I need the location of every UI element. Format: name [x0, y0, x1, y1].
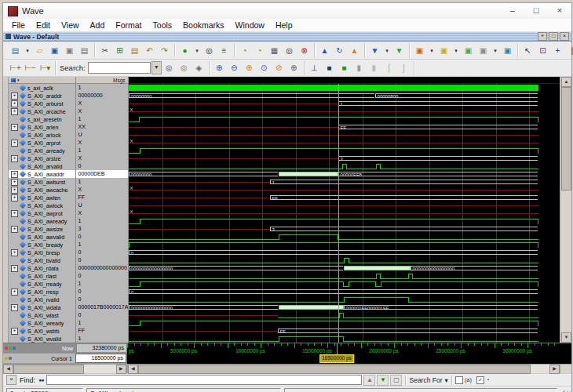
- waveform-S_AXI_awlen[interactable]: FF: [129, 194, 560, 201]
- mode-wave-icon[interactable]: ▣: [437, 44, 451, 57]
- stretch-icon[interactable]: ∥: [566, 44, 573, 57]
- signal-name-S_AXI_arlen[interactable]: +S_AXI_arlen: [9, 123, 75, 131]
- waveform-S_AXI_wvalid[interactable]: [129, 335, 560, 343]
- signal-name-S_AXI_wready[interactable]: +S_AXI_wready: [9, 319, 75, 327]
- minimize-button[interactable]: –: [501, 3, 524, 19]
- expander-icon[interactable]: +: [11, 210, 18, 217]
- waveform-S_AXI_awlock[interactable]: [129, 201, 560, 209]
- find-next-button[interactable]: ▼: [377, 375, 389, 386]
- cursor-add-icon[interactable]: [13, 347, 16, 350]
- find-input[interactable]: [46, 375, 362, 385]
- menu-file[interactable]: File: [6, 20, 31, 30]
- zoom-out-icon[interactable]: ⊖: [228, 61, 241, 74]
- zoom-in-icon[interactable]: ⊕: [213, 61, 226, 74]
- reload-icon[interactable]: ▣: [63, 44, 76, 57]
- print-icon[interactable]: ▤: [78, 44, 91, 57]
- search-input[interactable]: [88, 62, 151, 74]
- signal-name-S_AXI_arlock[interactable]: +S_AXI_arlock: [9, 131, 75, 139]
- waveform-S_AXI_awaddr[interactable]: 0000000000000FF8: [129, 170, 560, 178]
- zoom-range-icon[interactable]: ⊘: [272, 61, 286, 74]
- waveform-S_AXI_wlast[interactable]: [129, 311, 560, 319]
- waveform-S_AXI_rlast[interactable]: [129, 272, 560, 280]
- signal-name-S_AXI_awlock[interactable]: +S_AXI_awlock: [9, 201, 75, 209]
- scroll-right-icon[interactable]: ▶: [549, 365, 560, 374]
- names-horizontal-scrollbar[interactable]: ◀ ▶: [3, 365, 128, 373]
- mode-list-icon[interactable]: ▣: [462, 44, 475, 57]
- insert-cursor-icon[interactable]: ◔: [238, 44, 251, 57]
- mode-watch-icon[interactable]: ▣: [476, 44, 490, 57]
- signal-name-S_AXI_awcache[interactable]: +S_AXI_awcache: [9, 186, 75, 194]
- signal-name-S_AXI_rdata[interactable]: +S_AXI_rdata: [9, 264, 75, 272]
- waveform-S_AXI_arlock[interactable]: [129, 131, 560, 139]
- waveform-S_AXI_arburst[interactable]: 1: [129, 100, 560, 107]
- paste-icon[interactable]: ▤: [128, 44, 141, 57]
- bar-toggle-icon[interactable]: ▮: [352, 61, 366, 74]
- signal-name-S_AXI_arcache[interactable]: +S_AXI_arcache: [9, 107, 75, 115]
- expander-icon[interactable]: +: [11, 108, 18, 115]
- signal-name-S_AXI_awlen[interactable]: +S_AXI_awlen: [9, 194, 75, 201]
- scroll-left-icon[interactable]: ◀: [3, 365, 13, 374]
- waveform-S_AXI_rdata[interactable]: 00000000000000000000000000000000: [129, 264, 560, 272]
- signal-name-S_AXI_arprot[interactable]: +S_AXI_arprot: [9, 139, 75, 147]
- values-column-header[interactable]: Msgs: [76, 77, 128, 84]
- pan-mode-icon[interactable]: +: [551, 44, 564, 57]
- find-icon[interactable]: ◎: [203, 44, 216, 57]
- waveform-S_AXI_bready[interactable]: [129, 241, 560, 249]
- signal-name-S_AXI_rlast[interactable]: +S_AXI_rlast: [9, 272, 75, 280]
- cursor1-icons[interactable]: [3, 354, 17, 363]
- signal-name-S_AXI_rvalid[interactable]: +S_AXI_rvalid: [9, 296, 75, 303]
- scroll-down-icon[interactable]: ▼: [561, 332, 571, 343]
- signal-name-S_AXI_rready[interactable]: +S_AXI_rready: [9, 280, 75, 288]
- dropdown-arrow-icon[interactable]: ▾: [491, 44, 499, 57]
- next-edge-icon[interactable]: ▼: [368, 44, 381, 57]
- zoom-mode-icon[interactable]: ⊡: [536, 44, 549, 57]
- waveform-S_AXI_wdata[interactable]: 0000000000000000000001FF000001FE: [129, 303, 560, 311]
- cursor-edit-icon[interactable]: [9, 357, 12, 360]
- waveform-S_AXI_araddr[interactable]: 0000000000000800: [129, 92, 560, 100]
- redo-icon[interactable]: ↷: [158, 44, 171, 57]
- run-icon[interactable]: ●: [178, 44, 192, 57]
- pane-restore-button[interactable]: +: [538, 32, 547, 41]
- waveform-S_AXI_arcache[interactable]: X: [129, 107, 560, 115]
- expander-icon[interactable]: +: [11, 194, 18, 201]
- mode-memory-icon[interactable]: ▣: [413, 44, 426, 57]
- waveform-S_AXI_bresp[interactable]: 0: [129, 249, 560, 256]
- find-previous-button[interactable]: ▲: [363, 375, 375, 386]
- delete-wave-icon[interactable]: ⊢▾: [38, 61, 52, 74]
- dropdown-arrow-icon[interactable]: ▾: [428, 44, 436, 57]
- expander-icon[interactable]: +: [11, 226, 18, 233]
- expander-icon[interactable]: +: [11, 100, 18, 107]
- waveform-S_AXI_arvalid[interactable]: [129, 162, 560, 170]
- cursor-panel-icons[interactable]: [3, 343, 17, 353]
- search-reverse-icon[interactable]: ◎: [177, 61, 191, 74]
- waveform-S_AXI_arlen[interactable]: FF: [129, 123, 560, 131]
- signal-name-S_AXI_wdata[interactable]: +S_AXI_wdata: [9, 303, 75, 311]
- waveform-s_axi_aresetn[interactable]: [129, 115, 560, 123]
- expander-icon[interactable]: +: [11, 249, 18, 256]
- cursor1-row[interactable]: Cursor 1 16500000 ps: [3, 354, 126, 364]
- active-square-icon[interactable]: ■: [338, 61, 351, 74]
- new-document-icon[interactable]: ▤: [9, 44, 22, 57]
- menu-view[interactable]: View: [56, 20, 85, 30]
- previous-edge-icon[interactable]: ▲: [318, 44, 331, 57]
- wave-cursor-line[interactable]: [338, 84, 339, 343]
- expander-icon[interactable]: +: [11, 155, 18, 162]
- search-filter-icon[interactable]: ◈: [192, 61, 206, 74]
- expander-icon[interactable]: +: [11, 124, 18, 131]
- signal-name-S_AXI_arsize[interactable]: +S_AXI_arsize: [9, 154, 75, 162]
- menu-add[interactable]: Add: [85, 20, 111, 30]
- waveform-S_AXI_awprot[interactable]: X: [129, 209, 560, 217]
- signal-name-S_AXI_bvalid[interactable]: +S_AXI_bvalid: [9, 256, 75, 264]
- signal-name-S_AXI_bready[interactable]: +S_AXI_bready: [9, 241, 75, 249]
- signal-name-S_AXI_wvalid[interactable]: +S_AXI_wvalid: [9, 335, 75, 343]
- waveform-S_AXI_arprot[interactable]: X: [129, 139, 560, 147]
- waveform-S_AXI_awcache[interactable]: X: [129, 186, 560, 194]
- undo-icon[interactable]: ↶: [143, 44, 156, 57]
- find-options-button[interactable]: ▢: [390, 375, 402, 386]
- waveform-S_AXI_awburst[interactable]: 1: [129, 178, 560, 186]
- menu-bookmarks[interactable]: Bookmarks: [177, 20, 230, 30]
- add-wave-icon[interactable]: ⊢+: [9, 61, 22, 74]
- wrap-search-checkbox[interactable]: ✓: [476, 376, 484, 384]
- scroll-right-icon[interactable]: ▶: [116, 365, 126, 374]
- signal-name-S_AXI_awprot[interactable]: +S_AXI_awprot: [9, 209, 75, 217]
